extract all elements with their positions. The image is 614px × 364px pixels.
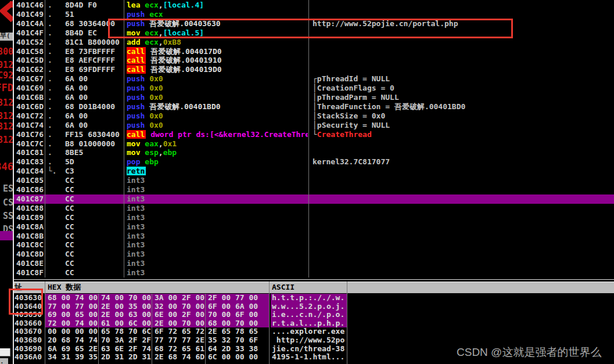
dump-row[interactable]: 40364077 00 77 002E 00 35 0032 00 70 006… [13,302,614,311]
disasm-bytes: E8 69FDFFFF [65,65,115,74]
dump-row[interactable]: 40365069 00 65 002E 00 63 006E 00 2F 007… [13,311,614,319]
disasm-row[interactable]: 401C4F.8B4D ECmov ecx,[local.5] [14,28,614,38]
dump-hex-group: 2F 00 77 00 [206,294,269,302]
disasm-row[interactable]: 401C58.E8 73FBFFFFcall 吾爱破解.004017D0 [14,47,614,56]
disasm-instruction: push 吾爱破解.00403630 [127,19,308,28]
disasm-row[interactable]: 401C69.6A 00push 0x0│CreationFlags = 0 [14,84,614,93]
background-scroll-chip [0,348,10,356]
dump-hex-group: 6F 72 65 72 [152,327,206,336]
disasm-row[interactable]: 401C4A.68 30364000push 吾爱破解.00403630http… [14,19,614,28]
dump-row[interactable]: 40366072 00 74 0061 00 6C 002E 00 70 006… [13,319,614,328]
ollydbg-screenshot: 早( 300012C92FFD312312312312346 ESCSSSDS … [0,0,614,364]
disasm-row[interactable]: 401C88CCint3 [14,204,614,213]
dump-address: 4036A0 [15,353,42,362]
disasm-row[interactable]: 401C89CCint3 [14,213,614,222]
disasm-row[interactable]: 401C67.6A 00push 0x0┌pThreadId = NULL [14,74,614,84]
dump-hex-group: 72 00 74 00 [45,319,99,328]
disasm-instruction: int3 [127,250,308,259]
disasm-bytes: CC [65,204,74,213]
disasm-row[interactable]: 401C52.81C1 B800000add ecx,0xB8 [14,38,614,47]
dump-ascii: ....explorer.exe [271,327,347,336]
dump-row[interactable]: 40367000 00 00 0065 78 70 6C6F 72 65 722… [13,327,614,336]
disasm-instruction: push 吾爱破解.00401BD0 [127,102,308,111]
disasm-row[interactable]: 401C76.FF15 6830400call dword ptr ds:[<&… [14,130,614,139]
dump-hex-group: 35 32 70 6F [206,336,269,345]
dump-divider-address-hex[interactable] [45,282,45,364]
disasm-instruction: int3 [127,259,308,268]
disasm-row[interactable]: 401C8FCCint3 [14,268,614,277]
disasm-row[interactable]: 401C72.6A 00push 0x0│StackSize = 0x0 [14,111,614,121]
disasm-row[interactable]: 401C6D.68 D01B4000push 吾爱破解.00401BD0│Thr… [14,102,614,111]
disasm-bytes: 6A 00 [65,93,88,102]
disasm-instruction: push ecx [127,10,308,19]
disasm-row[interactable]: 401C87CCint3 [14,194,614,204]
dump-hex-group: 2E 00 70 00 [152,319,206,328]
disasm-instruction: call 吾爱破解.004017D0 [127,47,308,56]
disasm-instruction: int3 [127,240,308,250]
disasm-analysis-mark: └. [48,167,57,176]
disasm-row[interactable]: 401C81.8BE5mov esp,ebp [14,148,614,157]
dump-hex-group: 61 00 6C 00 [99,319,152,328]
dump-row[interactable]: 40363068 00 74 0074 00 70 003A 00 2F 002… [13,294,614,302]
disasm-row[interactable]: 401C74.6A 00push 0x0│pSecurity = NULL [14,121,614,130]
dump-divider-hex-ascii[interactable] [269,282,270,364]
disasm-row[interactable]: 401C8DCCint3 [14,250,614,259]
disasm-instruction: push 0x0 [127,84,308,93]
disasm-row[interactable]: 401C6B.6A 00push 0x0│pThreadParm = NULL [14,93,614,102]
disasm-bytes: CC [65,213,74,222]
disasm-address: 401C88 [16,204,44,213]
disasm-row[interactable]: 401C86CCint3 [14,185,614,194]
disasm-address: 401C85 [16,176,44,185]
dump-hex-group: 00 00 00 00 [45,327,99,336]
disasm-comment: │StackSize = 0x0 [313,111,385,121]
disasm-row[interactable]: 401C7C.B8 01000000mov eax,0x1 [14,139,614,149]
disasm-row[interactable]: 401C84└.C3retn [14,167,614,176]
disasm-row[interactable]: 401C46.8D4D F0lea ecx,[local.4] [14,1,614,10]
disasm-address: 401C86 [16,185,44,194]
dump-hex-group: 2E 00 63 00 [99,311,152,319]
disasm-comment: └CreateThread [313,130,372,139]
dump-divider-group2 [152,294,152,364]
dump-hex-group: 32 00 70 00 [152,302,206,311]
dump-header-address: 址 [15,282,22,293]
dump-hex-group: 2E 00 35 00 [99,302,152,311]
column-divider-hex-disasm[interactable] [124,0,124,277]
disasm-row[interactable]: 401C5D.E8 AEFCFFFFcall 吾爱破解.00401910 [14,56,614,65]
disasm-row[interactable]: 401C8BCCint3 [14,232,614,241]
disasm-bytes: 8B4D EC [65,28,97,38]
dump-divider-group1 [98,294,99,364]
dump-divider-ascii-end[interactable] [347,282,347,364]
disasm-instruction: call 吾爱破解.00401910 [127,56,308,65]
dump-hex-group: 2D 31 2D 31 [99,353,152,362]
disasm-address: 401C8F [16,268,44,277]
dump-address: 403650 [15,311,42,319]
disasm-address: 401C46 [16,1,44,10]
disasm-row[interactable]: 401C8ECCint3 [14,259,614,268]
disasm-analysis-mark: . [48,1,52,10]
dump-header-band: 址 HEX 数据 ASCII [13,282,614,293]
dump-hex-group: 68 00 74 00 [45,294,99,302]
dump-hex-group: 20 68 74 74 [45,336,99,345]
disasm-row[interactable]: 401C8CCCint3 [14,240,614,250]
disasm-row[interactable]: 401C62.E8 69FDFFFFcall 吾爱破解.004019D0 [14,65,614,74]
disasm-bytes: B8 01000000 [65,139,115,149]
dump-ascii: r.t.a.l...p.h.p. [271,319,347,328]
disasm-instruction: retn [127,167,308,176]
disasm-address: 401C67 [16,74,44,84]
disasm-bytes: 8D4D F0 [65,1,97,10]
disasm-analysis-mark: . [48,130,52,139]
dump-row[interactable]: 40368020 68 74 7470 3A 2F 2F77 77 77 2E3… [13,336,614,345]
dump-ascii: 4195-1-1.html... [271,353,347,362]
disasm-row[interactable]: 401C49.51push ecx [14,10,614,19]
column-divider-disasm-comment[interactable] [308,0,309,277]
disasm-instruction: call 吾爱破解.004019D0 [127,65,308,74]
pane-splitter[interactable] [13,279,614,280]
disasm-bytes: 68 30364000 [65,19,115,28]
disasm-row[interactable]: 401C8ACCint3 [14,222,614,232]
disasm-row[interactable]: 401C85CCint3 [14,176,614,185]
disasm-row[interactable]: 401C83.5Dpop ebpkernel32.7C817077 [14,157,614,167]
disasm-instruction: push 0x0 [127,111,308,121]
csdn-watermark: CSDN @这就是强者的世界么 [457,345,601,360]
column-divider-address-hex[interactable] [45,0,45,277]
disasm-instruction: int3 [127,268,308,277]
